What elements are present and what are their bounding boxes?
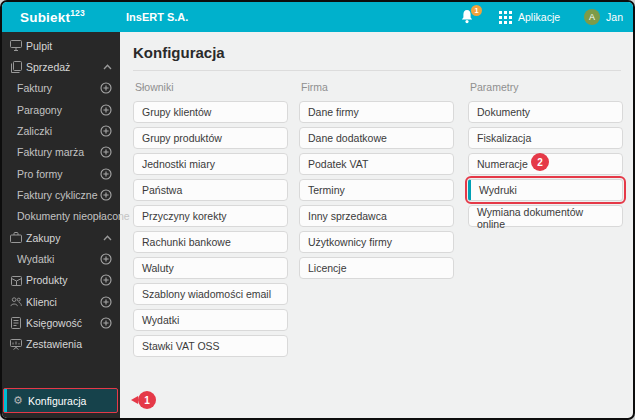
sidebar-item-sprzedaz[interactable]: Sprzedaż	[2, 56, 120, 77]
company-name: InsERT S.A.	[126, 11, 188, 23]
sidebar-item-faktury[interactable]: Faktury	[2, 78, 120, 99]
title-divider	[133, 70, 621, 71]
app-logo[interactable]: Subiekt123	[20, 8, 85, 25]
plus-icon[interactable]	[100, 168, 112, 180]
sidebar-item-zaliczki[interactable]: Zaliczki	[2, 120, 120, 141]
apps-label: Aplikacje	[518, 11, 560, 23]
plus-icon[interactable]	[100, 296, 112, 308]
products-icon	[10, 274, 22, 286]
chevron-up-icon	[103, 64, 112, 70]
config-button-podatek-vat[interactable]: Podatek VAT	[299, 153, 454, 175]
sidebar-item-klienci[interactable]: Klienci	[2, 291, 120, 312]
logo-text: Subiekt	[20, 10, 70, 25]
plus-icon[interactable]	[100, 253, 112, 265]
config-button-licencje[interactable]: Licencje	[299, 257, 454, 279]
sidebar-item-dokumenty-nieoplacone[interactable]: Dokumenty nieopłacone	[2, 206, 120, 227]
config-button-panstwa[interactable]: Państwa	[133, 179, 288, 201]
config-button-wydatki[interactable]: Wydatki	[133, 309, 288, 331]
config-button-fiskalizacja[interactable]: Fiskalizacja	[468, 127, 623, 149]
config-button-dane-firmy[interactable]: Dane firmy	[299, 101, 454, 123]
topbar-actions: 1 Aplikacje A Jan	[460, 2, 623, 32]
sidebar-item-zestawienia[interactable]: Zestawienia	[2, 334, 120, 355]
avatar: A	[584, 9, 600, 25]
config-button-stawki-vat-oss[interactable]: Stawki VAT OSS	[133, 335, 288, 357]
config-button-wymiana-dokumentow-online[interactable]: Wymiana dokumentów online	[468, 205, 623, 227]
notification-count-badge: 1	[471, 5, 482, 16]
logo-superscript: 123	[70, 8, 85, 18]
plus-icon[interactable]	[100, 146, 112, 158]
apps-menu-button[interactable]: Aplikacje	[499, 11, 560, 24]
main-content: Konfiguracja Słowniki Grupy klientów Gru…	[120, 32, 633, 418]
plus-icon[interactable]	[100, 125, 112, 137]
callout-1-arrow	[131, 396, 138, 404]
accounting-icon	[10, 317, 22, 329]
sidebar-item-faktury-marza[interactable]: Faktury marża	[2, 142, 120, 163]
notifications-button[interactable]: 1	[460, 9, 475, 25]
sidebar-item-pro-formy[interactable]: Pro formy	[2, 163, 120, 184]
config-button-uzytkownicy-firmy[interactable]: Użytkownicy firmy	[299, 231, 454, 253]
plus-icon[interactable]	[100, 317, 112, 329]
plus-icon[interactable]	[100, 274, 112, 286]
desktop-icon	[10, 40, 22, 51]
config-button-rachunki-bankowe[interactable]: Rachunki bankowe	[133, 231, 288, 253]
sidebar-item-ksiegowosc[interactable]: Księgowość	[2, 312, 120, 333]
column-firma: Firma Dane firmy Dane dodatkowe Podatek …	[299, 81, 454, 361]
app-window: Subiekt123 InsERT S.A. 1	[0, 0, 635, 420]
sidebar-item-produkty[interactable]: Produkty	[2, 270, 120, 291]
chevron-up-icon	[103, 235, 112, 241]
plus-icon[interactable]	[100, 104, 112, 116]
sidebar-item-wydatki[interactable]: Wydatki	[2, 248, 120, 269]
sales-icon	[10, 61, 22, 73]
config-columns: Słowniki Grupy klientów Grupy produktów …	[133, 81, 633, 361]
config-button-grupy-klientow[interactable]: Grupy klientów	[133, 101, 288, 123]
clients-icon	[10, 296, 22, 307]
column-header: Parametry	[470, 81, 623, 93]
config-button-grupy-produktow[interactable]: Grupy produktów	[133, 127, 288, 149]
top-bar: Subiekt123 InsERT S.A. 1	[2, 2, 633, 32]
page-title: Konfiguracja	[133, 44, 633, 61]
config-button-dokumenty[interactable]: Dokumenty	[468, 101, 623, 123]
config-button-szablony-email[interactable]: Szablony wiadomości email	[133, 283, 288, 305]
user-menu-button[interactable]: A Jan	[584, 9, 623, 25]
column-header: Słowniki	[135, 81, 288, 93]
callout-step-1: 1	[138, 391, 156, 409]
gear-icon: ⚙	[12, 395, 24, 406]
config-button-jednostki-miary[interactable]: Jednostki miary	[133, 153, 288, 175]
config-button-inny-sprzedawca[interactable]: Inny sprzedawca	[299, 205, 454, 227]
callout-step-2: 2	[531, 153, 549, 171]
sidebar-item-konfiguracja[interactable]: ⚙ Konfiguracja	[3, 388, 118, 413]
plus-icon[interactable]	[100, 189, 112, 201]
sidebar-item-paragony[interactable]: Paragony	[2, 99, 120, 120]
sidebar: Pulpit Sprzedaż Faktury Paragony Zaliczk	[2, 32, 120, 418]
apps-grid-icon	[499, 11, 512, 24]
purchases-icon	[10, 232, 22, 243]
plus-icon[interactable]	[100, 82, 112, 94]
user-name: Jan	[606, 11, 623, 23]
config-button-waluty[interactable]: Waluty	[133, 257, 288, 279]
reports-icon	[10, 338, 22, 350]
column-parametry: Parametry Dokumenty Fiskalizacja Numerac…	[468, 81, 623, 361]
config-button-wydruki[interactable]: Wydruki	[468, 179, 623, 201]
config-button-przyczyny-korekty[interactable]: Przyczyny korekty	[133, 205, 288, 227]
config-button-terminy[interactable]: Terminy	[299, 179, 454, 201]
sidebar-item-pulpit[interactable]: Pulpit	[2, 35, 120, 56]
sidebar-item-faktury-cykliczne[interactable]: Faktury cykliczne	[2, 184, 120, 205]
column-header: Firma	[301, 81, 454, 93]
column-slowniki: Słowniki Grupy klientów Grupy produktów …	[133, 81, 288, 361]
sidebar-item-zakupy[interactable]: Zakupy	[2, 227, 120, 248]
config-button-dane-dodatkowe[interactable]: Dane dodatkowe	[299, 127, 454, 149]
